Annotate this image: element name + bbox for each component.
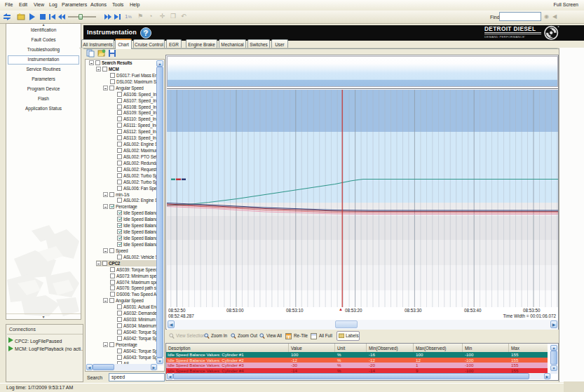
svg-text:?: ? xyxy=(144,29,148,37)
